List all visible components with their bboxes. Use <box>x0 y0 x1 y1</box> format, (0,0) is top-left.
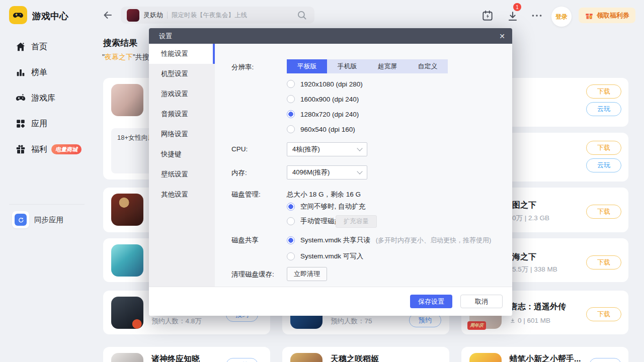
gamepad-icon <box>12 9 24 21</box>
radio-icon[interactable] <box>287 80 295 88</box>
game-avatar <box>290 353 323 362</box>
disk-auto-expand-option[interactable]: 空间不够时, 自动扩充 <box>287 202 365 211</box>
search-game-name: 灵妖劫 <box>143 11 163 20</box>
sync-apps-item[interactable]: 同步应用 <box>0 208 93 231</box>
tab-other[interactable]: 其他设置 <box>149 185 215 205</box>
disk-auto-expand-label: 空间不够时, 自动扩充 <box>300 202 365 211</box>
memory-label: 内存: <box>231 168 247 177</box>
search-bar[interactable]: 灵妖劫 限定时装【午夜集会】上线 <box>121 7 314 24</box>
game-avatar <box>111 244 143 277</box>
resolution-option-label: 644x362 (dpi 240) <box>300 111 359 118</box>
app-title: 游戏中心 <box>32 10 68 22</box>
cpu-select[interactable]: 4核(推荐) <box>287 142 367 156</box>
reserve-button[interactable] <box>589 358 621 362</box>
claim-coupon-button[interactable]: 领取福利券 <box>579 8 635 23</box>
download-button-label: 下载 <box>597 310 610 319</box>
resolution-option-label: 1920x1080 (dpi 280) <box>300 80 363 88</box>
search-term: 夜幕之下 <box>105 53 133 61</box>
cloud-play-label: 云玩 <box>597 105 610 114</box>
disk-share-label: 磁盘共享 <box>231 236 259 245</box>
share-writable-option[interactable]: System.vmdk 可写入 <box>287 252 363 261</box>
apps-grid-icon <box>15 118 26 129</box>
share-readonly-option[interactable]: System.vmdk 共享只读 (多开时内存更小、启动更快，推荐使用) <box>287 236 491 245</box>
download-button[interactable]: 下载 <box>586 255 621 269</box>
download-manager-icon[interactable] <box>506 10 519 23</box>
memory-select[interactable]: 4096M(推荐) <box>287 165 367 179</box>
search-icon <box>295 9 308 22</box>
page-title: 搜索结果 <box>103 37 137 49</box>
home-icon <box>15 41 26 52</box>
tab-performance[interactable]: 性能设置 <box>149 44 215 64</box>
game-avatar <box>111 297 143 329</box>
download-button[interactable]: 下载 <box>586 84 621 99</box>
game-meta: 0万 | 2.3 GB <box>512 214 549 223</box>
game-title: 海之下 <box>512 252 536 262</box>
close-icon[interactable]: ✕ <box>499 28 505 44</box>
sidebar-label-rankings: 榜单 <box>31 67 47 78</box>
search-summary-rest: "共搜 <box>133 53 149 61</box>
sidebar-label-apps: 应用 <box>31 119 47 129</box>
sidebar-item-game-library[interactable]: 游戏库 <box>0 89 93 107</box>
radio-icon-selected[interactable] <box>287 236 295 244</box>
login-label: 登录 <box>555 13 568 21</box>
resolution-option-1600[interactable]: 1600x900 (dpi 240) <box>287 95 359 103</box>
game-meta-text: 0 | 601 MB <box>518 317 550 324</box>
sidebar-item-rankings[interactable]: 榜单 <box>0 63 93 81</box>
resolution-option-960[interactable]: 960x540 (dpi 160) <box>287 125 355 133</box>
download-button[interactable]: 下载 <box>586 307 621 321</box>
save-settings-button[interactable]: 保存设置 <box>410 295 452 308</box>
clean-now-button[interactable]: 立即清理 <box>287 267 327 281</box>
expand-capacity-button[interactable]: 扩充容量 <box>336 215 377 228</box>
tab-network[interactable]: 网络设置 <box>149 124 215 144</box>
events-calendar-icon[interactable] <box>481 9 494 22</box>
mode-tablet[interactable]: 平板版 <box>287 59 327 73</box>
sidebar-item-apps[interactable]: 应用 <box>0 115 93 133</box>
reserve-count: 预约人数：75 <box>331 317 372 326</box>
tab-device-model[interactable]: 机型设置 <box>149 64 215 84</box>
resolution-option-1280[interactable]: 644x362 (dpi 240) <box>287 110 359 118</box>
sidebar-item-home[interactable]: 首页 <box>0 38 93 56</box>
game-card[interactable]: 蜡笔小新之小帮手... <box>461 347 628 362</box>
game-library-icon <box>15 93 26 104</box>
search-game-avatar <box>127 9 139 22</box>
radio-icon[interactable] <box>287 125 295 133</box>
reserve-button-label: 预约 <box>419 316 432 325</box>
radio-icon-selected[interactable] <box>287 203 295 211</box>
game-avatar <box>111 84 143 116</box>
cloud-play-button[interactable]: 云玩 <box>586 158 621 172</box>
claim-coupon-label: 领取福利券 <box>597 11 629 20</box>
game-title: 图之下 <box>512 200 536 211</box>
sidebar-label-home: 首页 <box>31 42 47 52</box>
anniversary-badge: 周年庆 <box>467 321 486 330</box>
login-button[interactable]: 登录 <box>551 7 572 27</box>
tab-hotkeys[interactable]: 快捷键 <box>149 144 215 164</box>
dialog-title: 设置 <box>159 32 172 41</box>
game-card[interactable]: 诸神终应知晓 预约 <box>103 347 270 362</box>
sidebar-item-welfare[interactable]: 福利 电量商城 <box>0 140 93 158</box>
mode-phone[interactable]: 手机版 <box>327 59 367 73</box>
tab-wallpaper[interactable]: 壁纸设置 <box>149 164 215 185</box>
cancel-button[interactable]: 取消 <box>460 295 503 308</box>
game-card[interactable]: 天穗之咲稻姬 <box>282 347 449 362</box>
cloud-play-button[interactable]: 云玩 <box>586 102 621 116</box>
download-button[interactable]: 下载 <box>586 141 621 155</box>
memory-select-value: 4096M(推荐) <box>292 168 330 177</box>
gift-coupon-icon <box>585 11 594 20</box>
tab-game[interactable]: 游戏设置 <box>149 84 215 104</box>
radio-icon-selected[interactable] <box>287 110 295 118</box>
sidebar-label-welfare: 福利 <box>31 144 47 155</box>
radio-icon[interactable] <box>287 217 295 225</box>
radio-icon[interactable] <box>287 252 295 260</box>
disk-size-summary: 总大小 18 G，剩余 16 G <box>287 190 361 199</box>
download-button[interactable]: 下载 <box>586 205 621 219</box>
radio-icon[interactable] <box>287 95 295 103</box>
resolution-option-1920[interactable]: 1920x1080 (dpi 280) <box>287 80 363 88</box>
search-summary: "夜幕之下"共搜 <box>102 53 149 62</box>
mode-custom[interactable]: 自定义 <box>408 59 448 73</box>
tab-audio[interactable]: 音频设置 <box>149 104 215 124</box>
mode-ultrawide[interactable]: 超宽屏 <box>367 59 408 73</box>
back-button[interactable] <box>102 9 114 21</box>
resolution-mode-tabs: 平板版 手机版 超宽屏 自定义 <box>287 59 448 73</box>
more-menu-icon[interactable] <box>530 9 543 22</box>
reserve-button[interactable]: 预约 <box>226 358 258 362</box>
